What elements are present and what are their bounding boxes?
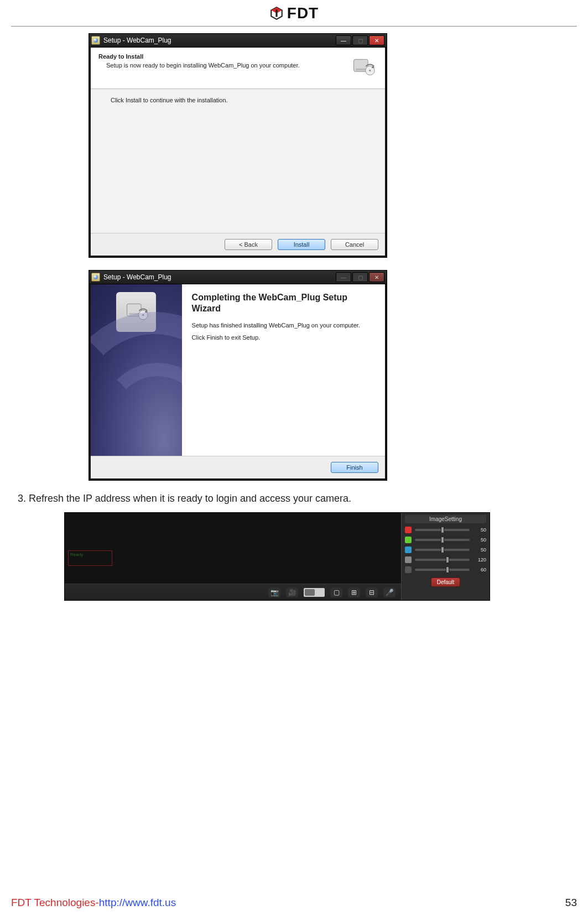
- installer-ready-window: Setup - WebCam_Plug — ▢ ✕ Ready to Insta…: [89, 33, 387, 258]
- image-settings-panel: ImageSetting 50505012060 Default: [401, 513, 490, 600]
- finish-button[interactable]: Finish: [331, 462, 378, 473]
- doc-header: FDT: [11, 0, 577, 27]
- installer-disk-icon: [116, 292, 156, 332]
- ready-indicator: Ready: [68, 550, 112, 566]
- svg-point-11: [142, 314, 144, 316]
- installer-complete-window: Setup - WebCam_Plug — ▢ ✕: [89, 270, 387, 481]
- layout-nine-icon[interactable]: ⊟: [366, 587, 378, 597]
- window-titlebar[interactable]: Setup - WebCam_Plug — ▢ ✕: [89, 270, 387, 284]
- camera-web-ui: Ready 📷 🎥 ▢ ⊞ ⊟ 🎤 ImageSetting 505050120…: [64, 512, 490, 601]
- svg-rect-4: [356, 69, 366, 71]
- wizard-body: Click Install to continue with the insta…: [91, 89, 385, 233]
- wizard-side-graphic: [91, 284, 182, 456]
- slider-thumb[interactable]: [441, 537, 444, 543]
- video-icon[interactable]: 🎥: [286, 587, 298, 597]
- slider-track[interactable]: [415, 539, 470, 541]
- image-slider-row: 50: [405, 547, 486, 553]
- slider-thumb[interactable]: [446, 566, 449, 573]
- layout-single-icon[interactable]: ▢: [330, 587, 342, 597]
- record-toggle[interactable]: [304, 588, 325, 597]
- doc-footer: FDT Technologies-http://www.fdt.us 53: [11, 897, 577, 909]
- installer-app-icon: [91, 273, 100, 282]
- wizard-footer: < Back Install Cancel: [91, 233, 385, 256]
- slider-color-swatch: [405, 537, 412, 543]
- close-button: ✕: [369, 272, 384, 282]
- slider-track[interactable]: [415, 559, 470, 561]
- slider-track[interactable]: [415, 529, 470, 531]
- slider-value: 60: [473, 567, 486, 573]
- slider-color-swatch: [405, 527, 412, 533]
- image-slider-row: 60: [405, 566, 486, 573]
- mic-icon[interactable]: 🎤: [383, 587, 396, 597]
- wizard-heading: Ready to Install: [98, 53, 342, 60]
- image-slider-row: 50: [405, 537, 486, 543]
- slider-track[interactable]: [415, 549, 470, 551]
- wizard-complete-heading: Completing the WebCam_Plug Setup Wizard: [192, 292, 375, 314]
- footer-company: FDT Technologies: [11, 897, 95, 908]
- slider-value: 120: [473, 557, 486, 563]
- minimize-button: —: [336, 272, 351, 282]
- brand-logo: FDT: [269, 4, 319, 22]
- wizard-complete-line2: Click Finish to exit Setup.: [192, 334, 375, 341]
- slider-thumb[interactable]: [441, 527, 444, 533]
- slider-value: 50: [473, 527, 486, 533]
- layout-quad-icon[interactable]: ⊞: [348, 587, 360, 597]
- svg-point-10: [139, 310, 148, 320]
- slider-thumb[interactable]: [441, 547, 444, 553]
- slider-color-swatch: [405, 556, 412, 563]
- minimize-button[interactable]: —: [336, 35, 351, 45]
- back-button[interactable]: < Back: [225, 239, 272, 250]
- slider-value: 50: [473, 547, 486, 553]
- maximize-button: ▢: [352, 272, 368, 282]
- slider-color-swatch: [405, 547, 412, 553]
- svg-rect-2: [275, 10, 277, 17]
- installer-disk-icon: [348, 53, 377, 82]
- wizard-header: Ready to Install Setup is now ready to b…: [91, 48, 385, 89]
- footer-text: FDT Technologies-http://www.fdt.us: [11, 897, 176, 909]
- brand-text: FDT: [287, 4, 319, 22]
- window-titlebar[interactable]: Setup - WebCam_Plug — ▢ ✕: [89, 34, 387, 48]
- slider-track[interactable]: [415, 569, 470, 571]
- default-button[interactable]: Default: [431, 577, 461, 587]
- wizard-body-text: Click Install to continue with the insta…: [111, 97, 228, 103]
- camera-toolbar: 📷 🎥 ▢ ⊞ ⊟ 🎤: [65, 584, 401, 600]
- wizard-complete-body: Completing the WebCam_Plug Setup Wizard …: [91, 284, 385, 456]
- slider-thumb[interactable]: [446, 556, 449, 563]
- wizard-footer: Finish: [91, 456, 385, 478]
- camera-video-area: Ready 📷 🎥 ▢ ⊞ ⊟ 🎤: [65, 513, 401, 600]
- camera-icon[interactable]: 📷: [268, 587, 280, 597]
- close-button[interactable]: ✕: [369, 35, 384, 45]
- cancel-button[interactable]: Cancel: [331, 239, 378, 250]
- image-slider-row: 50: [405, 527, 486, 533]
- slider-value: 50: [473, 537, 486, 543]
- image-slider-row: 120: [405, 556, 486, 563]
- window-title: Setup - WebCam_Plug: [103, 37, 335, 44]
- wizard-subheading: Setup is now ready to begin installing W…: [106, 62, 342, 69]
- maximize-button: ▢: [352, 35, 368, 45]
- install-button[interactable]: Install: [278, 239, 325, 250]
- slider-color-swatch: [405, 566, 412, 573]
- installer-app-icon: [91, 36, 100, 45]
- svg-rect-9: [129, 313, 139, 315]
- brand-hex-icon: [269, 6, 284, 20]
- footer-url[interactable]: http://www.fdt.us: [99, 897, 176, 908]
- page-number: 53: [565, 897, 577, 909]
- svg-point-6: [369, 70, 371, 72]
- step-3-instruction: 3. Refresh the IP address when it is rea…: [18, 493, 577, 504]
- window-title: Setup - WebCam_Plug: [103, 273, 335, 281]
- image-settings-title: ImageSetting: [405, 515, 486, 523]
- wizard-complete-line1: Setup has finished installing WebCam_Plu…: [192, 322, 375, 329]
